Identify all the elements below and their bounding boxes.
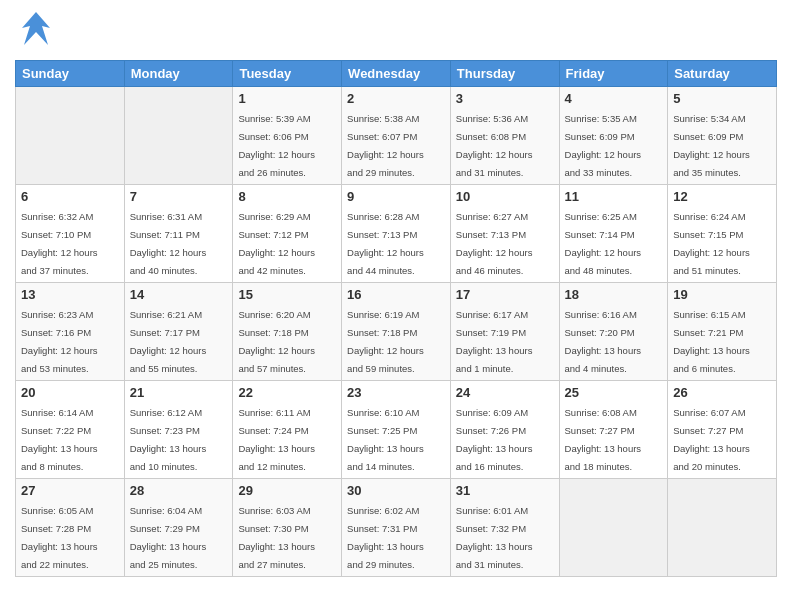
calendar-cell: 6Sunrise: 6:32 AMSunset: 7:10 PMDaylight… (16, 185, 125, 283)
day-number: 26 (673, 385, 771, 400)
day-number: 16 (347, 287, 445, 302)
calendar-cell: 8Sunrise: 6:29 AMSunset: 7:12 PMDaylight… (233, 185, 342, 283)
calendar-cell: 30Sunrise: 6:02 AMSunset: 7:31 PMDayligh… (342, 479, 451, 577)
day-number: 20 (21, 385, 119, 400)
day-info: Sunrise: 6:03 AMSunset: 7:30 PMDaylight:… (238, 505, 315, 570)
day-number: 18 (565, 287, 663, 302)
calendar-cell: 9Sunrise: 6:28 AMSunset: 7:13 PMDaylight… (342, 185, 451, 283)
day-number: 12 (673, 189, 771, 204)
calendar-cell: 26Sunrise: 6:07 AMSunset: 7:27 PMDayligh… (668, 381, 777, 479)
day-number: 5 (673, 91, 771, 106)
calendar-cell: 7Sunrise: 6:31 AMSunset: 7:11 PMDaylight… (124, 185, 233, 283)
header (15, 10, 777, 54)
calendar-cell: 11Sunrise: 6:25 AMSunset: 7:14 PMDayligh… (559, 185, 668, 283)
calendar-cell: 3Sunrise: 5:36 AMSunset: 6:08 PMDaylight… (450, 87, 559, 185)
day-number: 11 (565, 189, 663, 204)
calendar: Sunday Monday Tuesday Wednesday Thursday… (15, 60, 777, 577)
day-info: Sunrise: 6:10 AMSunset: 7:25 PMDaylight:… (347, 407, 424, 472)
day-number: 25 (565, 385, 663, 400)
day-info: Sunrise: 6:12 AMSunset: 7:23 PMDaylight:… (130, 407, 207, 472)
calendar-cell: 27Sunrise: 6:05 AMSunset: 7:28 PMDayligh… (16, 479, 125, 577)
day-number: 14 (130, 287, 228, 302)
calendar-cell (668, 479, 777, 577)
day-info: Sunrise: 6:19 AMSunset: 7:18 PMDaylight:… (347, 309, 424, 374)
day-info: Sunrise: 6:14 AMSunset: 7:22 PMDaylight:… (21, 407, 98, 472)
calendar-cell: 22Sunrise: 6:11 AMSunset: 7:24 PMDayligh… (233, 381, 342, 479)
day-info: Sunrise: 5:36 AMSunset: 6:08 PMDaylight:… (456, 113, 533, 178)
day-info: Sunrise: 6:23 AMSunset: 7:16 PMDaylight:… (21, 309, 98, 374)
calendar-cell: 18Sunrise: 6:16 AMSunset: 7:20 PMDayligh… (559, 283, 668, 381)
day-number: 28 (130, 483, 228, 498)
day-number: 8 (238, 189, 336, 204)
logo-bird-icon (20, 10, 52, 54)
day-info: Sunrise: 6:16 AMSunset: 7:20 PMDaylight:… (565, 309, 642, 374)
calendar-cell: 2Sunrise: 5:38 AMSunset: 6:07 PMDaylight… (342, 87, 451, 185)
calendar-cell: 4Sunrise: 5:35 AMSunset: 6:09 PMDaylight… (559, 87, 668, 185)
day-number: 19 (673, 287, 771, 302)
calendar-cell: 21Sunrise: 6:12 AMSunset: 7:23 PMDayligh… (124, 381, 233, 479)
calendar-cell (559, 479, 668, 577)
svg-marker-0 (22, 12, 50, 45)
day-info: Sunrise: 5:35 AMSunset: 6:09 PMDaylight:… (565, 113, 642, 178)
day-number: 29 (238, 483, 336, 498)
day-number: 13 (21, 287, 119, 302)
page: Sunday Monday Tuesday Wednesday Thursday… (0, 0, 792, 612)
col-monday: Monday (124, 61, 233, 87)
calendar-cell (16, 87, 125, 185)
day-number: 31 (456, 483, 554, 498)
calendar-cell: 5Sunrise: 5:34 AMSunset: 6:09 PMDaylight… (668, 87, 777, 185)
day-info: Sunrise: 6:25 AMSunset: 7:14 PMDaylight:… (565, 211, 642, 276)
logo (15, 10, 52, 54)
day-info: Sunrise: 6:11 AMSunset: 7:24 PMDaylight:… (238, 407, 315, 472)
day-number: 2 (347, 91, 445, 106)
day-info: Sunrise: 6:27 AMSunset: 7:13 PMDaylight:… (456, 211, 533, 276)
day-number: 30 (347, 483, 445, 498)
day-number: 7 (130, 189, 228, 204)
calendar-header-row: Sunday Monday Tuesday Wednesday Thursday… (16, 61, 777, 87)
day-number: 4 (565, 91, 663, 106)
day-info: Sunrise: 6:31 AMSunset: 7:11 PMDaylight:… (130, 211, 207, 276)
col-sunday: Sunday (16, 61, 125, 87)
day-info: Sunrise: 6:01 AMSunset: 7:32 PMDaylight:… (456, 505, 533, 570)
calendar-cell: 15Sunrise: 6:20 AMSunset: 7:18 PMDayligh… (233, 283, 342, 381)
day-info: Sunrise: 6:07 AMSunset: 7:27 PMDaylight:… (673, 407, 750, 472)
day-info: Sunrise: 6:21 AMSunset: 7:17 PMDaylight:… (130, 309, 207, 374)
day-number: 23 (347, 385, 445, 400)
day-info: Sunrise: 6:15 AMSunset: 7:21 PMDaylight:… (673, 309, 750, 374)
col-tuesday: Tuesday (233, 61, 342, 87)
day-number: 10 (456, 189, 554, 204)
col-saturday: Saturday (668, 61, 777, 87)
day-info: Sunrise: 6:32 AMSunset: 7:10 PMDaylight:… (21, 211, 98, 276)
calendar-cell: 19Sunrise: 6:15 AMSunset: 7:21 PMDayligh… (668, 283, 777, 381)
calendar-cell: 12Sunrise: 6:24 AMSunset: 7:15 PMDayligh… (668, 185, 777, 283)
calendar-cell: 25Sunrise: 6:08 AMSunset: 7:27 PMDayligh… (559, 381, 668, 479)
day-info: Sunrise: 6:20 AMSunset: 7:18 PMDaylight:… (238, 309, 315, 374)
day-info: Sunrise: 6:29 AMSunset: 7:12 PMDaylight:… (238, 211, 315, 276)
calendar-cell: 14Sunrise: 6:21 AMSunset: 7:17 PMDayligh… (124, 283, 233, 381)
calendar-cell: 24Sunrise: 6:09 AMSunset: 7:26 PMDayligh… (450, 381, 559, 479)
day-info: Sunrise: 6:28 AMSunset: 7:13 PMDaylight:… (347, 211, 424, 276)
day-number: 15 (238, 287, 336, 302)
calendar-cell: 1Sunrise: 5:39 AMSunset: 6:06 PMDaylight… (233, 87, 342, 185)
calendar-cell: 13Sunrise: 6:23 AMSunset: 7:16 PMDayligh… (16, 283, 125, 381)
calendar-cell (124, 87, 233, 185)
calendar-cell: 17Sunrise: 6:17 AMSunset: 7:19 PMDayligh… (450, 283, 559, 381)
day-info: Sunrise: 6:09 AMSunset: 7:26 PMDaylight:… (456, 407, 533, 472)
calendar-cell: 10Sunrise: 6:27 AMSunset: 7:13 PMDayligh… (450, 185, 559, 283)
calendar-cell: 20Sunrise: 6:14 AMSunset: 7:22 PMDayligh… (16, 381, 125, 479)
day-info: Sunrise: 6:24 AMSunset: 7:15 PMDaylight:… (673, 211, 750, 276)
day-number: 17 (456, 287, 554, 302)
calendar-cell: 28Sunrise: 6:04 AMSunset: 7:29 PMDayligh… (124, 479, 233, 577)
day-number: 22 (238, 385, 336, 400)
day-number: 9 (347, 189, 445, 204)
calendar-cell: 23Sunrise: 6:10 AMSunset: 7:25 PMDayligh… (342, 381, 451, 479)
day-info: Sunrise: 6:08 AMSunset: 7:27 PMDaylight:… (565, 407, 642, 472)
day-number: 3 (456, 91, 554, 106)
calendar-cell: 29Sunrise: 6:03 AMSunset: 7:30 PMDayligh… (233, 479, 342, 577)
calendar-cell: 31Sunrise: 6:01 AMSunset: 7:32 PMDayligh… (450, 479, 559, 577)
day-info: Sunrise: 6:04 AMSunset: 7:29 PMDaylight:… (130, 505, 207, 570)
col-friday: Friday (559, 61, 668, 87)
calendar-cell: 16Sunrise: 6:19 AMSunset: 7:18 PMDayligh… (342, 283, 451, 381)
day-info: Sunrise: 6:17 AMSunset: 7:19 PMDaylight:… (456, 309, 533, 374)
day-info: Sunrise: 5:38 AMSunset: 6:07 PMDaylight:… (347, 113, 424, 178)
